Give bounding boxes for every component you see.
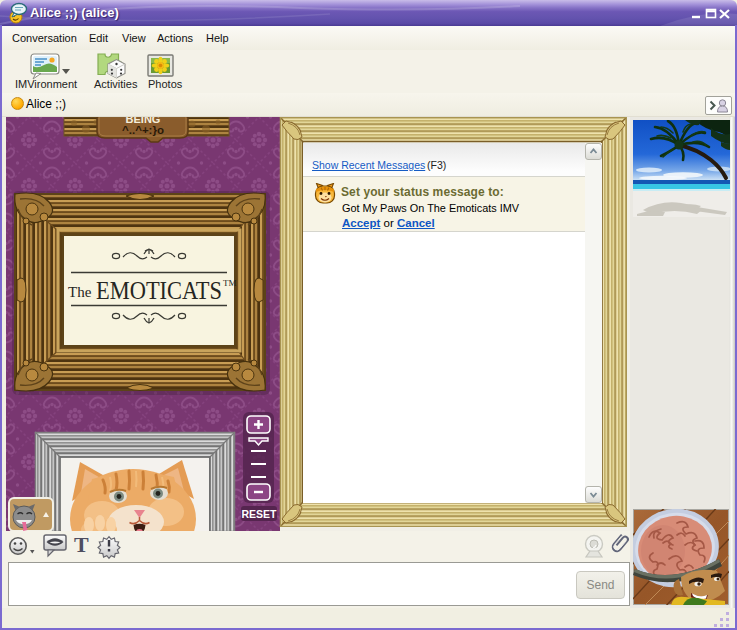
svg-text:The: The <box>68 284 92 300</box>
svg-text:^..^+:}o: ^..^+:}o <box>122 124 164 136</box>
svg-text:T: T <box>74 532 89 557</box>
svg-text:RESET: RESET <box>241 508 277 520</box>
svg-text:TM: TM <box>223 278 237 288</box>
svg-text:EMOTICATS: EMOTICATS <box>96 276 222 305</box>
